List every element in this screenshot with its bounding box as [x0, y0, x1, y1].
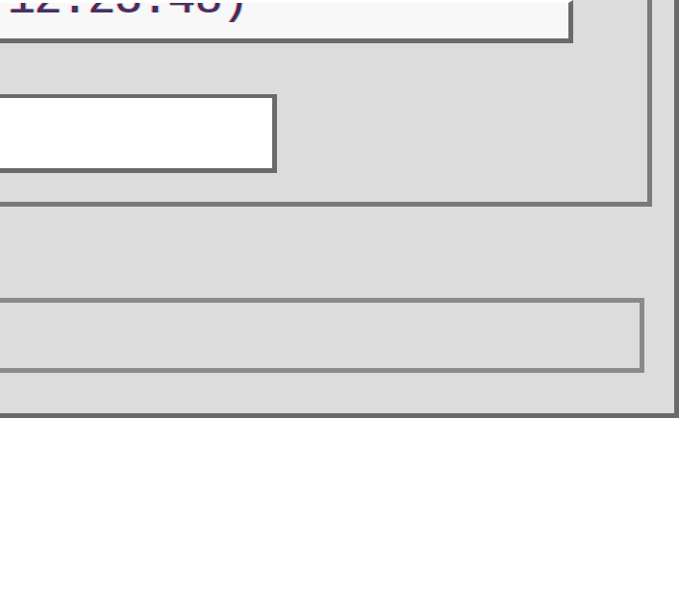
timestamp-display: 12:23:48): [0, 0, 573, 43]
blank-area: [0, 418, 679, 616]
window-panel: 12:23:48): [0, 0, 679, 418]
status-bar: [0, 298, 644, 373]
input-field[interactable]: [0, 94, 277, 173]
inner-groupbox: 12:23:48): [0, 0, 652, 207]
timestamp-text: 12:23:48): [8, 0, 248, 7]
